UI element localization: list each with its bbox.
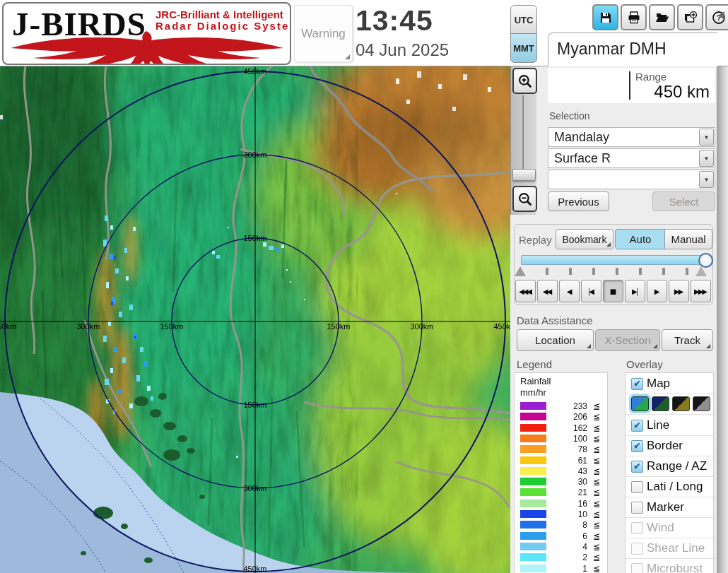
overlay-item-range-az[interactable]: ✔Range / AZ — [626, 456, 713, 477]
legend-operator: ≦ — [593, 401, 600, 411]
overlay-item-lati-long[interactable]: Lati / Long — [626, 476, 713, 497]
legend-swatch — [520, 424, 546, 432]
print-icon — [627, 11, 641, 25]
legend-swatch — [520, 500, 546, 507]
slider-end-marker[interactable] — [695, 266, 707, 276]
legend-operator: ≦ — [593, 412, 600, 422]
previous-button[interactable]: Previous — [548, 191, 609, 211]
overlay-item-border[interactable]: ✔Border — [626, 435, 713, 456]
playback-reverse-play-button[interactable]: ◀ — [559, 280, 580, 302]
extra-dropdown[interactable]: ▼ — [548, 170, 715, 189]
legend-value: 162 — [559, 423, 587, 433]
checkbox-lati-long[interactable] — [631, 481, 643, 493]
radar-map[interactable]: 150km150km150km150km300km300km300km300km… — [0, 66, 510, 573]
warning-button[interactable]: Warning — [294, 5, 353, 62]
legend-operator: ≦ — [593, 564, 600, 573]
legend-unit-line1: Rainfall — [520, 376, 551, 386]
playback-step-back-button[interactable]: |◀ — [581, 280, 601, 302]
overlay-item-map[interactable]: ✔Map — [626, 373, 713, 394]
app-logo: J-BIRDS JRC-Brilliant & Intelligent Rada… — [2, 2, 291, 65]
station-name-box: Myanmar DMH — [548, 33, 717, 66]
chevron-down-icon[interactable]: ▼ — [699, 129, 714, 146]
legend-row: 100≦ — [515, 433, 607, 444]
checkbox-line[interactable]: ✔ — [631, 420, 643, 432]
playback-rewind-button[interactable]: ◀◀ — [537, 280, 558, 302]
x-section-button[interactable]: X-Section — [595, 329, 660, 351]
zoom-out-button[interactable] — [512, 186, 537, 212]
playback-play-button[interactable]: ▶ — [647, 280, 667, 302]
map-style-option-2[interactable] — [652, 396, 669, 411]
playback-stop-button[interactable]: ■ — [603, 280, 623, 302]
slider-tick — [592, 268, 595, 275]
playback-forward-fast-button[interactable]: ▶▶▶ — [691, 280, 711, 302]
range-label: Range — [635, 71, 667, 83]
overlay-item-label: Microburst — [647, 562, 703, 573]
slider-start-marker[interactable] — [515, 266, 526, 276]
panel-collapse-arrow-icon[interactable] — [718, 11, 724, 20]
legend-operator: ≦ — [593, 456, 600, 466]
legend-swatch — [520, 521, 546, 528]
map-style-option-4[interactable] — [693, 396, 710, 411]
slider-tick — [662, 268, 665, 275]
overlay-item-label: Marker — [647, 500, 684, 514]
replay-slider-handle[interactable] — [698, 253, 713, 268]
replay-timeline-slider[interactable] — [521, 255, 712, 265]
zoom-slider-track[interactable] — [522, 95, 525, 177]
track-button[interactable]: Track — [662, 329, 713, 351]
overlay-item-label: Range / AZ — [647, 459, 707, 473]
chevron-down-icon[interactable]: ▼ — [699, 150, 714, 167]
zoom-in-button[interactable] — [512, 68, 537, 94]
zoom-slider-thumb[interactable] — [512, 169, 536, 181]
checkbox-range-az[interactable]: ✔ — [631, 461, 643, 473]
bookmark-button[interactable]: Bookmark — [556, 229, 613, 249]
legend-value: 100 — [559, 434, 587, 444]
add-display-button[interactable] — [677, 4, 703, 30]
select-button[interactable]: Select — [652, 191, 715, 211]
overlay-label: Overlay — [626, 358, 663, 370]
product-dropdown[interactable]: Surface R ▼ — [548, 148, 715, 168]
legend-value: 78 — [559, 444, 587, 454]
mmt-toggle-button[interactable]: MMT — [510, 33, 537, 63]
auto-mode-button[interactable]: Auto — [615, 229, 666, 249]
utc-toggle-button[interactable]: UTC — [510, 5, 537, 35]
overlay-item-label: Lati / Long — [647, 480, 703, 494]
chevron-down-icon[interactable]: ▼ — [699, 171, 714, 188]
slider-tick — [639, 268, 642, 275]
legend-operator: ≦ — [593, 509, 600, 519]
overlay-box: ✔Map✔Line✔Border✔Range / AZLati / LongMa… — [625, 372, 714, 573]
legend-row: 162≦ — [515, 423, 607, 433]
site-dropdown[interactable]: Mandalay ▼ — [548, 127, 715, 147]
playback-forward-button[interactable]: ▶▶ — [669, 280, 689, 302]
magnifier-plus-icon — [517, 73, 533, 89]
open-file-icon — [655, 11, 669, 25]
warning-label: Warning — [301, 27, 346, 41]
open-file-button[interactable] — [649, 4, 675, 30]
ring-label-450km: 450km — [0, 322, 17, 331]
checkbox-border[interactable]: ✔ — [631, 440, 643, 452]
add-display-icon — [683, 11, 698, 25]
overlay-item-label: Wind — [647, 521, 674, 535]
legend-swatch — [520, 445, 546, 453]
legend-value: 6 — [559, 531, 587, 541]
checkbox-wind — [631, 522, 643, 534]
map-style-option-3[interactable] — [672, 396, 690, 411]
slider-tick — [686, 268, 688, 275]
print-button[interactable] — [621, 4, 647, 30]
overlay-item-line[interactable]: ✔Line — [626, 415, 713, 436]
legend-operator: ≦ — [593, 531, 600, 541]
location-button[interactable]: Location — [517, 329, 594, 351]
station-name: Myanmar DMH — [557, 40, 667, 59]
range-divider — [629, 71, 630, 100]
save-button[interactable] — [592, 4, 618, 30]
checkbox-map[interactable]: ✔ — [631, 378, 643, 390]
help-button[interactable]: ? — [705, 4, 728, 30]
playback-step-forward-button[interactable]: ▶| — [625, 280, 645, 302]
map-style-option-1[interactable] — [631, 396, 649, 411]
playback-controls: ◀◀◀◀◀◀|◀■▶|▶▶▶▶▶▶ — [515, 280, 711, 302]
playback-rewind-fast-button[interactable]: ◀◀◀ — [515, 280, 536, 302]
manual-mode-button[interactable]: Manual — [664, 229, 712, 249]
overlay-item-marker[interactable]: Marker — [626, 497, 713, 518]
checkbox-marker[interactable] — [631, 502, 643, 514]
legend-swatch — [520, 510, 546, 518]
ring-label-150km: 150km — [327, 322, 350, 331]
